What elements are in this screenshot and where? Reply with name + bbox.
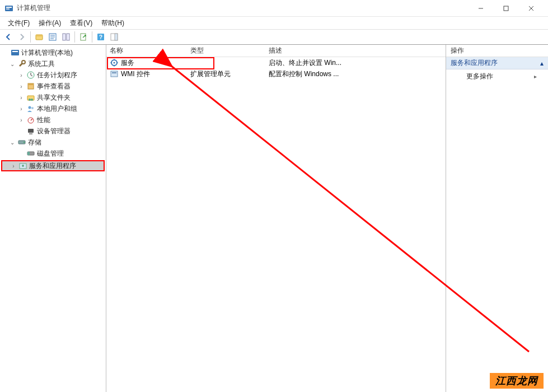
- expand-icon[interactable]: ›: [18, 72, 25, 78]
- services-icon: [110, 58, 119, 67]
- watermark: 江西龙网: [490, 373, 544, 389]
- svg-point-22: [22, 60, 25, 64]
- computer-management-icon: [11, 48, 20, 57]
- users-icon: [26, 104, 35, 113]
- toolbar-separator: [74, 31, 75, 43]
- list-body: 服务 启动、终止并设置 Win... WMI 控件 扩展管理单元 配置和控制 W…: [106, 57, 446, 80]
- toolbar: ?: [0, 29, 548, 45]
- wmi-icon: [110, 69, 119, 78]
- actions-section[interactable]: 服务和应用程序 ▴: [446, 57, 548, 69]
- export-button[interactable]: [77, 31, 90, 43]
- disk-icon: [26, 149, 35, 158]
- menu-file[interactable]: 文件(F): [3, 17, 34, 29]
- tree-performance[interactable]: › 性能: [1, 114, 105, 125]
- svg-rect-14: [67, 34, 69, 40]
- tools-icon: [17, 59, 26, 68]
- performance-icon: [26, 115, 35, 124]
- close-button[interactable]: [518, 0, 544, 16]
- list-row-services[interactable]: 服务 启动、终止并设置 Win...: [106, 57, 446, 68]
- toolbar-separator: [92, 31, 92, 43]
- svg-rect-2: [6, 8, 10, 10]
- up-button[interactable]: [33, 31, 45, 43]
- tree-local-users[interactable]: › 本地用户和组: [1, 103, 105, 114]
- actions-more[interactable]: 更多操作 ▸: [446, 69, 548, 83]
- tree-storage[interactable]: ⌄ 存储: [1, 137, 105, 148]
- event-icon: [26, 82, 35, 91]
- actions-header: 操作: [446, 45, 548, 57]
- storage-icon: [17, 138, 26, 147]
- svg-rect-13: [63, 34, 65, 40]
- properties-button[interactable]: [46, 31, 59, 43]
- tree-device-manager[interactable]: 设备管理器: [1, 125, 105, 137]
- clock-icon: [26, 71, 35, 80]
- tree-disk-management[interactable]: 磁盘管理: [1, 148, 105, 159]
- tree-event-viewer[interactable]: › 事件查看器: [1, 81, 105, 92]
- svg-rect-45: [111, 71, 118, 77]
- svg-rect-19: [115, 34, 118, 40]
- svg-point-44: [114, 62, 115, 64]
- tree-task-scheduler[interactable]: › 任务计划程序: [1, 69, 105, 81]
- row-name: 服务: [121, 58, 134, 68]
- list-header: 名称 类型 描述: [106, 45, 446, 57]
- svg-rect-28: [27, 96, 34, 100]
- column-type[interactable]: 类型: [187, 46, 265, 55]
- tree-label: 计算机管理(本地): [21, 48, 73, 58]
- row-name: WMI 控件: [121, 69, 150, 79]
- actions-section-label: 服务和应用程序: [451, 58, 498, 68]
- toolbar-separator: [30, 31, 31, 43]
- svg-point-31: [29, 106, 31, 109]
- tree-root[interactable]: 计算机管理(本地): [1, 47, 105, 58]
- tree-label: 设备管理器: [37, 127, 71, 136]
- tree-system-tools[interactable]: ⌄ 系统工具: [1, 58, 105, 69]
- actions-panel: 操作 服务和应用程序 ▴ 更多操作 ▸: [446, 45, 548, 392]
- collapse-icon[interactable]: ⌄: [9, 61, 16, 67]
- menu-bar: 文件(F) 操作(A) 查看(V) 帮助(H): [0, 17, 548, 29]
- expand-icon[interactable]: ›: [18, 83, 25, 90]
- menu-view[interactable]: 查看(V): [65, 17, 97, 29]
- tree-shared-folders[interactable]: › 共享文件夹: [1, 92, 105, 103]
- title-bar: 计算机管理: [0, 0, 548, 17]
- row-type: 扩展管理单元: [190, 69, 231, 79]
- tree-services-apps[interactable]: › 服务和应用程序: [1, 160, 105, 171]
- svg-rect-40: [27, 152, 30, 155]
- svg-rect-35: [28, 129, 34, 133]
- svg-rect-46: [112, 72, 116, 73]
- help-button[interactable]: ?: [95, 31, 107, 43]
- svg-rect-21: [12, 51, 18, 52]
- tree-label: 服务和应用程序: [29, 161, 76, 171]
- expand-icon[interactable]: ›: [18, 95, 25, 101]
- device-icon: [26, 127, 35, 136]
- tree-panel[interactable]: 计算机管理(本地) ⌄ 系统工具 › 任务计划程序 › 事件查看器 › 共享文件…: [0, 45, 106, 392]
- tree-label: 事件查看器: [37, 82, 71, 91]
- minimize-button[interactable]: [468, 0, 493, 16]
- window-title: 计算机管理: [17, 3, 468, 13]
- collapse-icon[interactable]: ⌄: [9, 139, 16, 146]
- menu-help[interactable]: 帮助(H): [97, 17, 129, 29]
- svg-point-42: [22, 165, 24, 167]
- column-name[interactable]: 名称: [106, 46, 187, 55]
- expand-icon[interactable]: ›: [18, 106, 25, 112]
- back-button[interactable]: [2, 31, 15, 43]
- maximize-button[interactable]: [493, 0, 518, 16]
- show-hide-button[interactable]: [60, 31, 72, 43]
- expand-icon[interactable]: ›: [18, 117, 25, 123]
- forward-button[interactable]: [16, 31, 28, 43]
- svg-rect-27: [28, 83, 34, 85]
- menu-action[interactable]: 操作(A): [34, 17, 65, 29]
- action-pane-button[interactable]: [108, 31, 120, 43]
- list-panel[interactable]: 名称 类型 描述 服务 启动、终止并设置 Win... WMI 控件 扩展管理单…: [106, 45, 446, 392]
- tree-label: 任务计划程序: [37, 71, 77, 80]
- svg-point-32: [31, 107, 34, 109]
- column-desc[interactable]: 描述: [265, 46, 446, 55]
- tree-label: 存储: [28, 138, 41, 147]
- list-row-wmi[interactable]: WMI 控件 扩展管理单元 配置和控制 Windows ...: [106, 68, 446, 80]
- svg-rect-4: [504, 6, 508, 11]
- svg-rect-20: [11, 50, 19, 55]
- expand-icon[interactable]: ›: [10, 163, 17, 169]
- chevron-right-icon: ▸: [534, 73, 537, 80]
- main-area: 计算机管理(本地) ⌄ 系统工具 › 任务计划程序 › 事件查看器 › 共享文件…: [0, 45, 548, 392]
- svg-rect-36: [29, 133, 32, 134]
- row-desc: 配置和控制 Windows ...: [269, 69, 339, 79]
- tree-label: 本地用户和组: [37, 104, 77, 114]
- window-buttons: [468, 0, 544, 16]
